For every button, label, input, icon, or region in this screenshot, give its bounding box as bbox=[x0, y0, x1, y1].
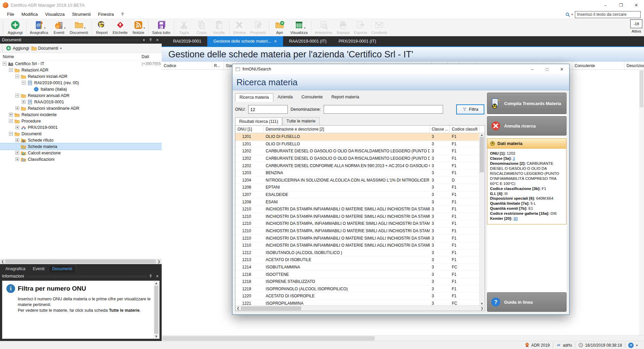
tree-col-dati[interactable]: Dati bbox=[142, 54, 149, 59]
chevron-down-icon[interactable]: ▾ bbox=[84, 27, 86, 30]
table-row[interactable]: 1202CARBURANTE DIESEL CONFORME ALLA NORM… bbox=[235, 162, 479, 169]
tab-gestione-delle-schede-materi-[interactable]: Gestione delle schede materi...✕ bbox=[207, 36, 283, 46]
tree-add-button[interactable]: Aggiungi bbox=[6, 45, 29, 51]
taglia-toolbar-button[interactable]: Taglia bbox=[175, 19, 193, 36]
bottom-tab-anagrafica[interactable]: Anagrafica bbox=[2, 265, 29, 272]
chevron-down-icon[interactable]: ▾ bbox=[44, 27, 46, 30]
apri-toolbar-button[interactable]: Apri bbox=[271, 19, 288, 36]
table-row[interactable]: 1210INCHIOSTRI DA STAMPA INFIAMMABILI O … bbox=[235, 206, 479, 213]
dialog-tab-azienda[interactable]: Azienda bbox=[273, 93, 297, 101]
notizie-toolbar-button[interactable]: ▾Notizie bbox=[129, 19, 147, 36]
close-icon[interactable]: ✕ bbox=[274, 39, 277, 44]
tree-item-schede-materia[interactable]: Schede materia bbox=[0, 143, 162, 150]
salva-tutto-toolbar-button[interactable]: Salva tutto bbox=[150, 19, 172, 36]
subtab-tutte-le-materie[interactable]: Tutte le materie bbox=[282, 117, 319, 125]
table-row[interactable]: 1214ISOBUTILAMMINA3FC bbox=[235, 264, 479, 271]
table-row[interactable]: 1220ACETATO DI ISOPROPILE3F1 bbox=[235, 293, 479, 300]
filtra-button[interactable]: Filtra bbox=[456, 104, 484, 114]
table-hscrollbar[interactable]: ❮ ❯ bbox=[235, 305, 485, 311]
menu-item-file[interactable]: File bbox=[3, 10, 18, 18]
dati-link[interactable]: 30 bbox=[514, 216, 518, 220]
table-col-classe[interactable]: Classe ... bbox=[430, 126, 450, 133]
denominazione-input[interactable] bbox=[324, 105, 443, 114]
grid-col-descrizione[interactable]: Descrizione bbox=[625, 62, 644, 69]
table-row[interactable]: 1221ISOPROPILAMMINA3FC bbox=[235, 300, 479, 305]
tree-hscroll-thumb[interactable] bbox=[5, 259, 156, 263]
annulla-ricerca-button[interactable]: Annulla ricerca bbox=[487, 116, 567, 136]
table-row[interactable]: 1210INCHIOSTRI DA STAMPA INFIAMMABILI O … bbox=[235, 235, 479, 242]
table-row[interactable]: 1204NITROGLICERINA IN SOLUZIONE ALCOLICA… bbox=[235, 177, 479, 184]
etichette-toolbar-button[interactable]: 3Etichette bbox=[111, 19, 130, 36]
tab-raa-2019-0001-it-[interactable]: RAA/2019-0001 (IT) bbox=[283, 36, 333, 46]
expander-icon[interactable] bbox=[3, 62, 6, 65]
table-row[interactable]: 1213ACETATO DI ISOBUTILE3F1 bbox=[235, 256, 479, 264]
chevron-down-icon[interactable]: ▾ bbox=[636, 344, 638, 347]
table-vscroll-thumb[interactable] bbox=[480, 137, 484, 172]
table-row[interactable]: 1210INCHIOSTRI DA STAMPA, INFIAMMABILI O… bbox=[235, 228, 479, 235]
bottom-tab-eventi[interactable]: Eventi bbox=[30, 265, 48, 272]
subtab-risultati-ricerca-111-[interactable]: Risultati ricerca (111) bbox=[235, 117, 282, 126]
elimina-toolbar-button[interactable]: Elimina bbox=[231, 19, 248, 36]
dialog-tab-consulente[interactable]: Consulente bbox=[297, 93, 327, 101]
table-row[interactable]: 1202CARBURANTE DIESEL O GASOLIO O OLIO D… bbox=[235, 148, 479, 155]
tree-root-selector[interactable]: Documenti ▾ bbox=[31, 45, 62, 51]
tree-item-classificazioni[interactable]: Classificazioni bbox=[0, 156, 162, 162]
chevron-down-icon[interactable]: ▾ bbox=[144, 27, 145, 30]
dialog-tab-report-materia[interactable]: Report materia bbox=[327, 93, 364, 101]
incolla-toolbar-button[interactable]: Incolla bbox=[210, 19, 228, 36]
table-row[interactable]: 1207ESALDEIDE3F1 bbox=[235, 191, 479, 199]
panel-close-icon[interactable]: ✕ bbox=[155, 274, 160, 279]
expander-icon[interactable] bbox=[9, 132, 13, 136]
chevron-down-icon[interactable]: ▾ bbox=[304, 27, 306, 30]
info-vscrollbar[interactable]: ▲ ▼ bbox=[154, 281, 159, 338]
main-hscrollbar[interactable] bbox=[162, 335, 644, 341]
documenti-toolbar-button[interactable]: ▾Documenti bbox=[68, 19, 90, 36]
scroll-up-icon[interactable]: ▲ bbox=[154, 281, 159, 285]
tree-item-relazioni-iniziali-adr[interactable]: Relazioni iniziali ADR bbox=[0, 73, 162, 80]
minimize-button[interactable]: – bbox=[598, 0, 613, 10]
panel-close-icon[interactable]: ✕ bbox=[155, 38, 160, 42]
table-row[interactable]: 1219ISOPROPANOLO (ALCOOL ISOPROPILICO)3F… bbox=[235, 285, 479, 293]
scroll-right-icon[interactable]: ❯ bbox=[156, 260, 162, 263]
main-hscroll-thumb[interactable] bbox=[162, 336, 375, 341]
tab-prx-2019-0001-it-[interactable]: PRX/2019-0001 (IT) bbox=[333, 36, 382, 46]
pin-icon[interactable] bbox=[148, 38, 153, 42]
statusbar-adr-2019[interactable]: ADR 2019 bbox=[522, 343, 553, 348]
tree-item-rai-2019-0001-rev-00-[interactable]: RAI/2019-0001 (rev. 00) bbox=[0, 80, 162, 86]
bottom-tab-documenti[interactable]: Documenti bbox=[49, 265, 76, 272]
table-row[interactable]: 1212ISOBUTANOLO (ALCOOL ISOBUTILICO )3F1 bbox=[235, 249, 479, 257]
table-row[interactable]: 1203BENZINA3F1 bbox=[235, 169, 479, 177]
expander-icon[interactable] bbox=[9, 113, 13, 116]
esporta-toolbar-button[interactable]: Esporta bbox=[352, 19, 369, 36]
table-row[interactable]: 1206EPTANI3F1 bbox=[235, 184, 479, 191]
expander-icon[interactable] bbox=[15, 74, 19, 78]
menu-item-strumenti[interactable]: Strumenti bbox=[68, 10, 95, 18]
tree-item-schede-rifiuto[interactable]: Schede rifiuto bbox=[0, 137, 162, 143]
global-search-input[interactable] bbox=[575, 11, 641, 18]
scroll-right-icon[interactable]: ❯ bbox=[479, 306, 485, 310]
condividi-toolbar-button[interactable]: Condividi bbox=[369, 19, 389, 36]
tree-item-relazioni-straordinarie-adr[interactable]: Relazioni straordinarie ADR bbox=[0, 105, 162, 111]
table-row[interactable]: 1202CARBURANTE DIESEL O GASOLIO O OLIO D… bbox=[235, 155, 479, 162]
expander-icon[interactable] bbox=[15, 126, 19, 129]
scroll-up-icon[interactable]: ▲ bbox=[480, 133, 483, 137]
table-row[interactable]: 1218ISOPRENE STABILIZZATO3F1 bbox=[235, 278, 479, 286]
menu-item-help[interactable]: ? bbox=[117, 10, 127, 18]
search-caret-icon[interactable]: ▾ bbox=[571, 13, 573, 16]
compila-tremcards-button[interactable]: Compila Tremcards Materia bbox=[487, 93, 567, 114]
tree-item-relazioni-incidente[interactable]: Relazioni incidente bbox=[0, 111, 162, 118]
tree-item-raa-2019-0001[interactable]: RAA/2019-0001 bbox=[0, 99, 162, 105]
tree-item-procedure[interactable]: Procedure bbox=[0, 118, 162, 124]
table-col-denominazione[interactable]: Denominazione e descrizione [2] bbox=[264, 126, 430, 133]
aggiungi-toolbar-button[interactable]: Aggiungi bbox=[6, 19, 25, 36]
info-vscroll-thumb[interactable] bbox=[154, 286, 158, 334]
tree-item-certifico-srl-it[interactable]: Certifico Srl - IT(+3907555 bbox=[0, 60, 162, 67]
expander-icon[interactable] bbox=[9, 68, 13, 72]
stampa-toolbar-button[interactable]: Stampa bbox=[334, 19, 352, 36]
anagrafica-toolbar-button[interactable]: @▾Anagrafica bbox=[28, 19, 50, 36]
tree-item-relazioni-annuali-adr[interactable]: Relazioni annuali ADR bbox=[0, 92, 162, 99]
scroll-left-icon[interactable]: ❮ bbox=[0, 260, 5, 263]
dialog-tab-ricerca-materia[interactable]: Ricerca materia bbox=[235, 93, 273, 102]
scroll-down-icon[interactable]: ▼ bbox=[154, 335, 159, 338]
main-vscrollbar[interactable] bbox=[639, 70, 644, 335]
